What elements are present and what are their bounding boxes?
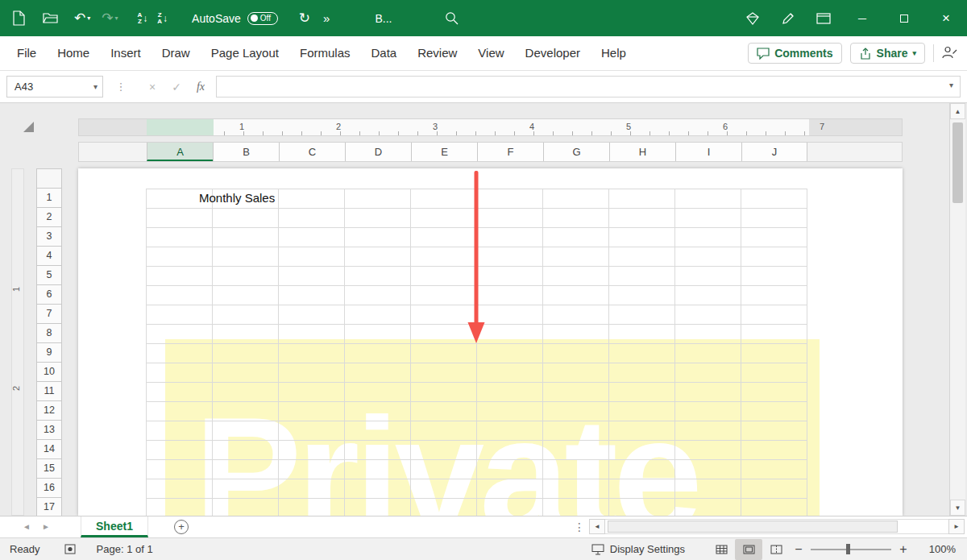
column-header-g[interactable]: G [543,143,609,161]
row-header-9[interactable]: 9 [36,343,62,363]
scroll-down-button[interactable]: ▼ [950,500,965,516]
row-header-11[interactable]: 11 [36,382,62,401]
minimize-button[interactable]: ─ [841,0,883,36]
cancel-entry-button[interactable]: × [140,81,164,93]
ribbon-tab-insert[interactable]: Insert [100,36,151,70]
horizontal-scrollbar[interactable]: ◄ ► [589,519,965,534]
row-header-2[interactable]: 2 [36,208,62,227]
row-header-3[interactable]: 3 [36,227,62,247]
author-presence-button[interactable] [942,46,957,61]
row-header-6[interactable]: 6 [36,285,62,305]
column-header-c[interactable]: C [279,143,345,161]
horizontal-scroll-thumb[interactable] [608,521,898,533]
normal-view-button[interactable] [708,539,735,560]
search-icon [445,11,459,25]
insert-function-button[interactable]: fx [189,81,213,93]
ribbon-tab-review[interactable]: Review [407,36,467,70]
undo-button[interactable]: ↶ ▾ [74,11,90,25]
record-macro-button[interactable] [64,544,76,554]
enter-entry-button[interactable]: ✓ [164,81,189,93]
ruler-mark-5: 5 [620,122,637,131]
window-view-button[interactable] [806,13,841,24]
vertical-scroll-thumb[interactable] [952,122,963,203]
close-button[interactable]: × [925,0,967,36]
column-header-d[interactable]: D [345,143,411,161]
ribbon-tab-draw[interactable]: Draw [151,36,201,70]
row-header-7[interactable]: 7 [36,305,62,324]
formula-bar-grip[interactable]: ⋮ [114,81,127,93]
ruler-margin-marker-icon [23,122,34,132]
sheet-nav-left-icon[interactable]: ◄ [23,522,31,531]
column-header-i[interactable]: I [675,143,741,161]
row-header-13[interactable]: 13 [36,421,62,440]
row-header-8[interactable]: 8 [36,324,62,343]
gem-button[interactable] [735,12,770,25]
redo-button[interactable]: ↷ ▾ [102,11,118,25]
column-header-b[interactable]: B [213,143,279,161]
row-header-16[interactable]: 16 [36,479,62,498]
sheet-tab-sheet1[interactable]: Sheet1 [81,516,148,537]
ruler-mark-3: 3 [427,122,443,131]
ribbon-tab-developer[interactable]: Developer [515,36,591,70]
maximize-button[interactable] [883,0,925,36]
ribbon-tab-help[interactable]: Help [591,36,637,70]
worksheet-work-area: 1234567 ABCDEFGHIJ 12 123456789101112131… [0,103,967,516]
column-header-a[interactable]: A [147,143,213,161]
open-file-button[interactable] [43,12,58,24]
row-header-4[interactable]: 4 [36,247,62,266]
ribbon-tab-page-layout[interactable]: Page Layout [201,36,289,70]
page-layout-view-button[interactable] [735,539,762,560]
row-header-14[interactable]: 14 [36,440,62,459]
autosave-toggle[interactable]: Off [247,12,278,25]
sort-ascending-button[interactable]: A Z ↓ [138,12,148,25]
scroll-left-button[interactable]: ◄ [589,519,605,534]
scroll-up-button[interactable]: ▲ [950,103,965,119]
horizontal-scroll-track[interactable] [605,519,948,534]
column-header-j[interactable]: J [741,143,807,161]
comments-button[interactable]: Comments [748,43,841,64]
name-box-dropdown-chevron[interactable]: ▾ [93,82,98,91]
display-settings-button[interactable]: Display Settings [591,543,685,555]
name-box[interactable]: A43 ▾ [6,76,103,97]
zoom-in-button[interactable]: + [894,542,912,557]
column-header-e[interactable]: E [411,143,477,161]
ribbon-tab-data[interactable]: Data [360,36,407,70]
row-header-12[interactable]: 12 [36,401,62,421]
add-sheet-button[interactable]: + [174,520,189,534]
sort-descending-button[interactable]: Z A ↓ [157,12,168,25]
page-break-view-button[interactable] [762,539,790,560]
row-header-10[interactable]: 10 [36,363,62,382]
column-header-h[interactable]: H [609,143,675,161]
search-button[interactable] [445,11,459,25]
zoom-out-button[interactable]: − [790,542,807,557]
scroll-right-button[interactable]: ► [948,519,965,534]
formula-bar-expand-chevron[interactable]: ▾ [949,81,953,89]
close-icon: × [942,10,950,27]
new-file-button[interactable] [13,10,25,26]
ribbon-tab-file[interactable]: File [6,36,47,70]
formula-input[interactable] [216,76,961,97]
zoom-slider[interactable] [811,549,891,550]
more-commands-button[interactable]: » [323,11,330,25]
column-header-f[interactable]: F [477,143,543,161]
row-header-15[interactable]: 15 [36,459,62,479]
more-commands-icon: » [323,11,330,25]
share-button[interactable]: Share ▾ [850,43,925,64]
refresh-button[interactable]: ↻ [299,11,310,25]
vertical-ruler-mark-2: 2 [11,386,21,391]
sheet-nav-right-icon[interactable]: ► [42,522,50,531]
tab-bar-grip[interactable]: ⋮ [574,521,585,533]
zoom-slider-thumb[interactable] [846,544,850,554]
ribbon-tab-home[interactable]: Home [47,36,100,70]
row-header-1[interactable]: 1 [36,189,62,208]
ink-button[interactable] [770,12,806,25]
zoom-level[interactable]: 100% [920,543,956,555]
name-box-value: A43 [15,81,33,93]
row-header-5[interactable]: 5 [36,266,62,285]
row-header-17[interactable]: 17 [36,498,62,516]
sort-az-icon: A Z [138,12,143,25]
ribbon-tab-view[interactable]: View [467,36,514,70]
ribbon-tab-formulas[interactable]: Formulas [289,36,361,70]
vertical-scrollbar[interactable]: ▲ ▼ [949,103,965,516]
comments-label: Comments [774,47,832,60]
